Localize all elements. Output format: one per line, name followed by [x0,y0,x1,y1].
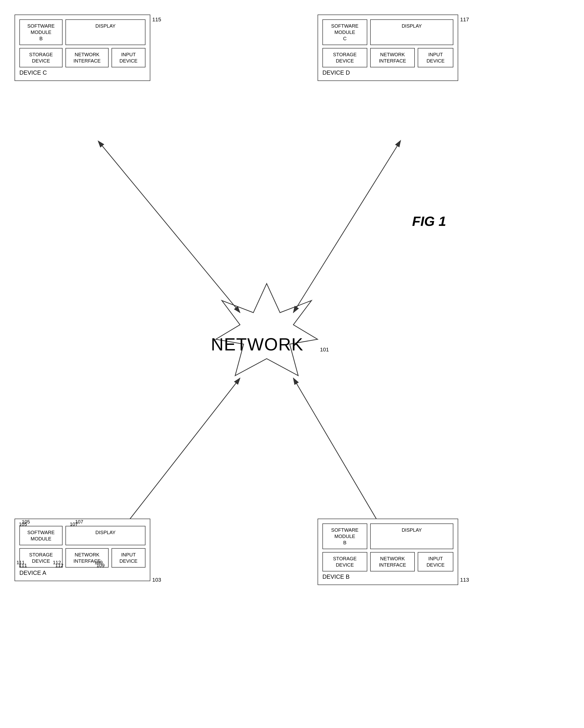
network-interface-c-top-box: NETWORK INTERFACE [66,48,109,68]
network-interface-b-box: NETWORK INTERFACE [370,552,415,571]
device-d-label: DEVICE D [323,69,453,76]
ref-113: 113 [460,577,469,583]
display-box-c-top: DISPLAY [66,19,146,45]
input-device-a-box: INPUT DEVICE [111,548,146,568]
ref-105-over: 105 [19,522,27,527]
network-interface-d-box: NETWORK INTERFACE [370,48,415,68]
input-device-d-box: INPUT DEVICE [418,48,453,68]
device-d-box: SOFTWARE MODULE C DISPLAY STORAGE DEVICE… [318,15,458,81]
storage-device-c-top-box: STORAGE DEVICE [19,48,62,68]
ref-101: 101 [320,346,329,353]
network-label: NETWORK [211,334,304,354]
display-box-d: DISPLAY [370,19,453,45]
device-a-box: 105 107 SOFTWARE MODULE DISPLAY STORAGE … [15,519,150,581]
ref-103: 103 [152,577,161,583]
display-box-b: DISPLAY [370,523,453,549]
ref-111-over: 111 [19,563,27,568]
device-c-top-box: SOFTWARE MODULE B DISPLAY STORAGE DEVICE… [15,15,150,81]
network-star-shape [216,284,318,375]
storage-device-d-box: STORAGE DEVICE [323,48,367,68]
arrow-device-d-network [293,146,398,313]
ref-115: 115 [152,17,161,23]
ref-117: 117 [460,17,469,23]
ref-107-over: 107 [70,522,78,527]
device-b-label: DEVICE B [323,573,453,580]
software-module-c-box: SOFTWARE MODULE C [323,19,367,45]
fig-1-label: FIG 1 [412,213,446,229]
device-a-label: DEVICE A [19,570,146,576]
ref-112-over: 112 [55,563,63,568]
device-b-box: SOFTWARE MODULE B DISPLAY STORAGE DEVICE… [318,519,458,585]
software-module-a-box: SOFTWARE MODULE [19,526,62,545]
diagram-svg [0,0,584,728]
input-device-b-box: INPUT DEVICE [418,552,453,571]
device-c-top-label: DEVICE C [19,69,146,76]
diagram-container: SOFTWARE MODULE B DISPLAY STORAGE DEVICE… [0,0,584,728]
software-module-b-box: SOFTWARE MODULE B [19,19,62,45]
arrow-device-c-network [102,146,240,313]
storage-device-b-box: STORAGE DEVICE [323,552,367,571]
ref-109-over: 109 [97,563,104,568]
input-device-c-top-box: INPUT DEVICE [111,48,146,68]
software-module-b2-box: SOFTWARE MODULE B [323,523,367,549]
display-box-a: DISPLAY [66,526,146,545]
